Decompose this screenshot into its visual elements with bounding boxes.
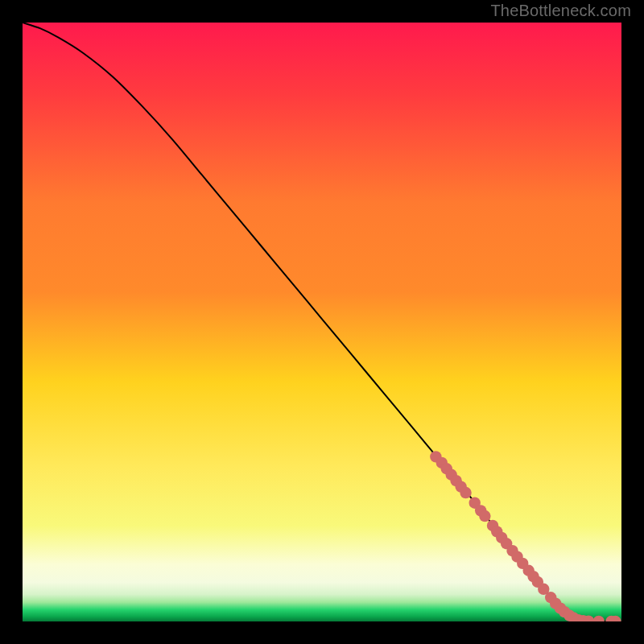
- marker-layer: [23, 23, 621, 621]
- attribution-text: TheBottleneck.com: [490, 2, 631, 20]
- plot-area: [23, 23, 621, 621]
- data-marker: [593, 616, 605, 621]
- chart-stage: TheBottleneck.com: [0, 0, 644, 644]
- data-marker: [460, 487, 471, 498]
- data-marker: [479, 510, 490, 522]
